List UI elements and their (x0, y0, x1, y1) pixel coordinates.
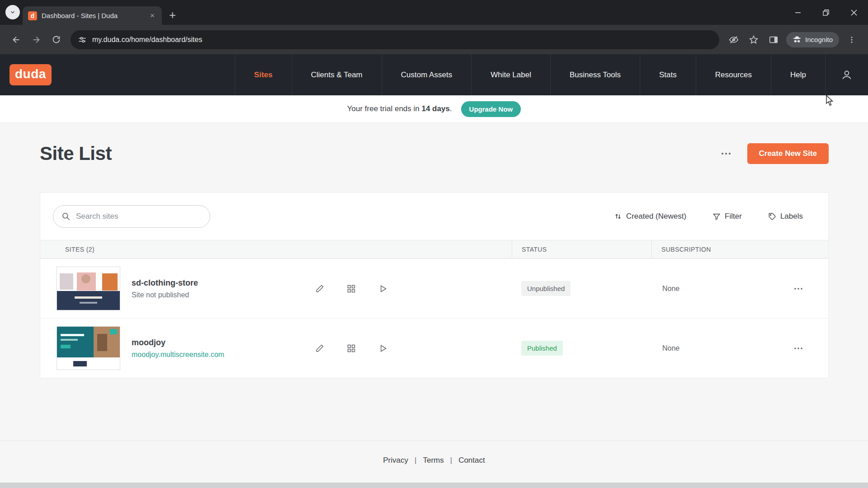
site-thumbnail[interactable] (57, 326, 120, 370)
thumbnail-decoration (57, 327, 94, 357)
create-new-site-button[interactable]: Create New Site (747, 143, 829, 164)
site-list-toolbar: Created (Newest) Filter Labels (40, 193, 828, 240)
footer-link-terms[interactable]: Terms (423, 456, 443, 465)
grid-icon (347, 284, 356, 293)
main-content: Site List Create New Site (0, 123, 868, 480)
back-button[interactable] (7, 31, 25, 49)
duda-favicon-icon: d (28, 11, 37, 20)
table-row[interactable]: moodjoy moodjoy.multiscreensite.com (40, 318, 828, 378)
window-minimize-button[interactable] (784, 0, 812, 25)
site-name: sd-clothing-store (132, 278, 312, 288)
sort-control[interactable]: Created (Newest) (614, 212, 686, 221)
side-panel-button[interactable] (764, 31, 783, 49)
footer-link-privacy[interactable]: Privacy (383, 456, 408, 465)
filter-icon (712, 212, 721, 221)
sort-icon (614, 212, 622, 221)
tab-search-button[interactable] (5, 5, 20, 19)
nav-item-resources[interactable]: Resources (696, 54, 771, 95)
browser-tab[interactable]: d Dashboard - Sites | Duda × (23, 6, 162, 25)
play-icon (378, 284, 387, 293)
kebab-menu-icon (848, 36, 856, 44)
site-cell: moodjoy moodjoy.multiscreensite.com (40, 326, 512, 370)
side-panel-icon (769, 35, 778, 45)
bookmark-button[interactable] (745, 31, 763, 49)
preview-hidden-button[interactable] (725, 31, 743, 49)
filter-control[interactable]: Filter (712, 212, 742, 221)
ellipsis-icon (794, 347, 803, 350)
filter-label: Filter (725, 212, 742, 221)
site-settings-icon[interactable] (78, 35, 87, 44)
site-subtitle: Site not published (132, 291, 312, 299)
reload-button[interactable] (47, 31, 65, 49)
nav-item-business-tools[interactable]: Business Tools (550, 54, 640, 95)
reload-icon (52, 35, 61, 44)
minimize-icon (795, 9, 801, 16)
subscription-value: None (662, 344, 679, 352)
column-header-status: STATUS (512, 240, 651, 258)
subscription-cell: None (651, 284, 828, 294)
restore-icon (823, 9, 829, 16)
address-bar[interactable]: my.duda.co/home/dashboard/sites (71, 30, 719, 49)
footer-separator: | (450, 456, 452, 465)
site-thumbnail[interactable] (57, 267, 120, 310)
browser-toolbar: my.duda.co/home/dashboard/sites (0, 25, 868, 54)
footer-separator: | (415, 456, 416, 465)
table-row[interactable]: sd-clothing-store Site not published (40, 258, 828, 318)
tab-close-button[interactable]: × (148, 10, 156, 21)
labels-control[interactable]: Labels (768, 212, 803, 221)
thumbnail-decoration (61, 334, 84, 336)
column-header-sites: SITES (2) (40, 246, 512, 253)
page-title: Site List (40, 143, 112, 164)
nav-item-stats[interactable]: Stats (640, 54, 696, 95)
status-badge: Published (521, 341, 563, 356)
forward-icon (31, 35, 41, 45)
more-options-button[interactable] (717, 148, 735, 159)
edit-site-button[interactable] (312, 282, 327, 296)
thumbnail-decoration (61, 339, 78, 341)
forward-button[interactable] (27, 31, 45, 49)
nav-item-clients-team[interactable]: Clients & Team (292, 54, 382, 95)
new-tab-button[interactable]: + (169, 9, 176, 21)
site-domain-link[interactable]: moodjoy.multiscreensite.com (132, 351, 312, 359)
trial-text: Your free trial ends in 14 days. (347, 104, 452, 113)
status-cell: Unpublished (512, 281, 651, 296)
tag-icon (768, 212, 776, 221)
page-header: Site List Create New Site (40, 143, 829, 164)
thumbnail-decoration (57, 357, 120, 370)
app-navbar: duda Sites Clients & Team Custom Assets … (0, 54, 868, 95)
nav-item-help[interactable]: Help (771, 54, 825, 95)
search-input[interactable] (76, 212, 202, 221)
nav-item-sites[interactable]: Sites (235, 54, 292, 95)
nav-item-custom-assets[interactable]: Custom Assets (382, 54, 471, 95)
account-button[interactable] (825, 54, 868, 95)
duplicate-site-button[interactable] (344, 341, 359, 356)
window-restore-button[interactable] (812, 0, 840, 25)
site-info: sd-clothing-store Site not published (132, 278, 312, 299)
upgrade-now-button[interactable]: Upgrade Now (461, 101, 521, 117)
nav-item-white-label[interactable]: White Label (471, 54, 550, 95)
thumbnail-decoration (110, 329, 117, 334)
browser-menu-button[interactable] (843, 31, 861, 49)
pencil-icon (315, 284, 324, 293)
play-icon (378, 344, 387, 353)
thumbnail-decoration (75, 296, 102, 299)
column-header-subscription: SUBSCRIPTION (651, 240, 828, 258)
site-list-card: Created (Newest) Filter Labels SITES (2) (40, 192, 829, 378)
thumbnail-decoration (77, 272, 96, 291)
back-icon (11, 35, 21, 45)
footer-link-contact[interactable]: Contact (458, 456, 485, 465)
window-controls (784, 0, 868, 25)
duplicate-site-button[interactable] (344, 282, 359, 296)
duda-logo[interactable]: duda (9, 64, 52, 85)
edit-site-button[interactable] (312, 341, 327, 356)
thumbnail-decoration (57, 267, 120, 272)
row-menu-button[interactable] (790, 343, 807, 353)
preview-site-button[interactable] (376, 282, 390, 296)
window-close-button[interactable] (840, 0, 868, 25)
trial-banner: Your free trial ends in 14 days. Upgrade… (0, 95, 868, 123)
row-menu-button[interactable] (790, 284, 807, 294)
thumbnail-decoration (57, 291, 120, 310)
search-box (53, 205, 210, 228)
thumbnail-decoration (102, 273, 118, 291)
preview-site-button[interactable] (376, 341, 390, 356)
